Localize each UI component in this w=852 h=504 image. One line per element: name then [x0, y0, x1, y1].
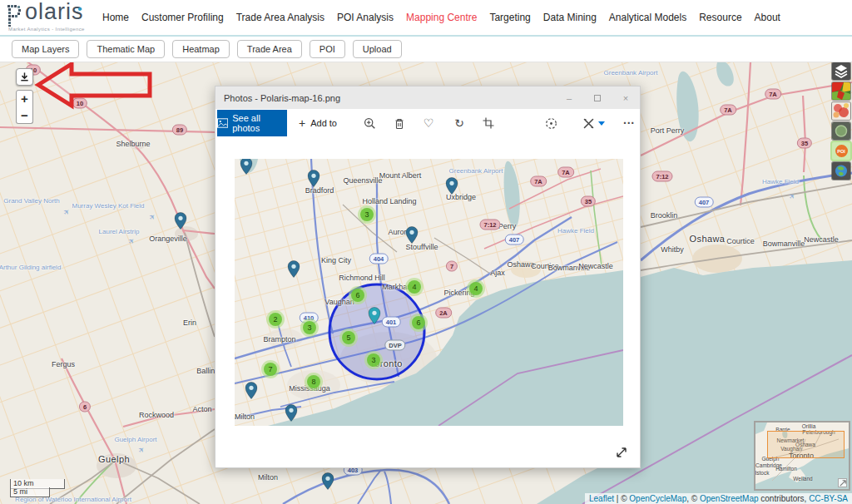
nav-targeting[interactable]: Targeting: [489, 12, 530, 23]
map-area[interactable]: ShelburneOrangevilleErinFergusBallinafad…: [0, 62, 852, 504]
download-map-button[interactable]: [16, 68, 33, 86]
crop-button[interactable]: [477, 110, 500, 136]
toolbar-thematic-map-button[interactable]: Thematic Map: [87, 40, 165, 58]
rotate-button[interactable]: ↻: [448, 110, 471, 136]
poi-layer-button[interactable]: POI: [832, 142, 850, 160]
nav-poi-analysis[interactable]: POI Analysis: [337, 12, 394, 23]
minimap-label-hamilton: Hamilton: [775, 466, 797, 472]
download-icon: [19, 72, 30, 82]
map-pin-marker[interactable]: [406, 226, 419, 244]
map-pin-marker[interactable]: [446, 177, 458, 195]
map-label-bowmanville: Bowmanville: [763, 240, 805, 248]
map-label-newcastle: Newcastle: [804, 235, 839, 244]
road-badge-7: 7: [446, 261, 458, 272]
zoom-tool-button[interactable]: [358, 110, 381, 136]
cluster-marker-4[interactable]: 4: [467, 279, 485, 298]
app-root: olaris Market Analytics - Intelligence H…: [0, 0, 852, 504]
basemap-layer-button[interactable]: [832, 162, 850, 180]
thematic-map-layer-button[interactable]: [832, 82, 850, 100]
map-pin-marker[interactable]: [322, 472, 334, 490]
minimap[interactable]: OrilliaBarriePeterboroughNewmarketOshawa…: [754, 421, 850, 491]
delete-button[interactable]: [388, 110, 411, 136]
cluster-marker-6[interactable]: 6: [409, 314, 428, 332]
expand-icon: [615, 446, 628, 459]
map-pin-marker[interactable]: [245, 382, 258, 399]
road-badge-7-12: 7:12: [479, 220, 500, 230]
road-badge-2a: 2A: [435, 308, 452, 319]
nav-trade-area-analysis[interactable]: Trade Area Analysis: [236, 12, 324, 23]
toolbar-heatmap-button[interactable]: Heatmap: [172, 40, 230, 58]
cluster-marker-3[interactable]: 3: [358, 205, 376, 224]
minimap-label-welland: Welland: [793, 476, 812, 482]
toolbar-map-layers-button[interactable]: Map Layers: [12, 40, 79, 58]
dialog-titlebar[interactable]: Photos - Polaris-map-16.png – ×: [215, 86, 640, 109]
edit-options-dropdown[interactable]: [593, 110, 610, 136]
cluster-marker-4[interactable]: 4: [405, 278, 424, 296]
map-pin-marker[interactable]: [240, 159, 253, 175]
map-label-guelph: Guelph: [98, 454, 130, 464]
heatmap-layer-button[interactable]: [832, 102, 850, 120]
minimize-button[interactable]: –: [555, 86, 583, 109]
zoom-in-button[interactable]: +: [16, 90, 33, 107]
see-more-button[interactable]: ···: [617, 110, 641, 136]
cluster-marker-3[interactable]: 3: [300, 319, 319, 337]
road-badge-7a: 7A: [720, 105, 736, 116]
minimap-label-istock: Istock: [755, 470, 770, 476]
cluster-marker-2[interactable]: 2: [266, 310, 285, 329]
map-label-oshawa: Oshawa: [690, 234, 726, 244]
road-badge-7a: 7A: [557, 167, 574, 178]
cluster-marker-5[interactable]: 5: [339, 329, 358, 347]
toolbar-upload-button[interactable]: Upload: [353, 40, 402, 58]
map-pin-marker[interactable]: [308, 170, 320, 187]
nav-about[interactable]: About: [755, 12, 780, 23]
attribution-link-opencyclemap[interactable]: OpenCycleMap: [629, 494, 686, 503]
toolbar-trade-area-button[interactable]: Trade Area: [237, 40, 302, 58]
map-pin-marker[interactable]: [175, 212, 187, 230]
expand-button[interactable]: [615, 446, 628, 459]
photos-toolbar: See all photos + Add to: [215, 109, 640, 137]
map-label-greenbank-airport: Greenbank Airport: [604, 69, 658, 77]
zoom-out-button[interactable]: −: [16, 106, 33, 124]
nav-analytical-models[interactable]: Analytical Models: [609, 12, 686, 23]
map-pin-marker[interactable]: [285, 404, 298, 422]
window-controls: – ×: [555, 86, 640, 109]
nav-home[interactable]: Home: [102, 12, 129, 23]
see-all-photos-button[interactable]: See all photos: [217, 110, 287, 136]
add-to-button[interactable]: + Add to: [292, 110, 344, 136]
nav-mapping-centre[interactable]: Mapping Centre: [406, 12, 477, 23]
maximize-button[interactable]: [583, 86, 612, 109]
layers-button[interactable]: [832, 62, 850, 80]
cluster-count: 3: [360, 208, 374, 221]
road-badge-10: 10: [72, 98, 87, 109]
nav-resource[interactable]: Resource: [699, 12, 741, 23]
map-label-port-perry: Port Perry: [651, 126, 685, 135]
cluster-marker-3[interactable]: 3: [364, 351, 383, 369]
favorite-button[interactable]: ♡: [417, 110, 440, 136]
toolbar-poi-button[interactable]: POI: [310, 40, 345, 58]
close-button[interactable]: ×: [612, 86, 640, 109]
map-label-acton: Acton: [192, 405, 211, 413]
photos-dialog[interactable]: Photos - Polaris-map-16.png – × See all …: [215, 86, 641, 468]
attribution-link-leaflet[interactable]: Leaflet: [589, 494, 614, 503]
trade-area-center-pin[interactable]: [369, 307, 381, 324]
cluster-marker-6[interactable]: 6: [349, 286, 367, 304]
magnifier-plus-icon: [364, 117, 376, 130]
attribution-link-cc-by-sa[interactable]: CC-BY-SA: [809, 494, 848, 503]
cluster-count: 3: [367, 353, 380, 367]
map-label-milton: Milton: [258, 473, 278, 482]
nav-data-mining[interactable]: Data Mining: [543, 12, 597, 23]
attribution-link-openstreetmap[interactable]: OpenStreetMap: [700, 494, 759, 503]
minimap-toggle-button[interactable]: [838, 478, 847, 487]
minimap-viewport-box[interactable]: [767, 431, 845, 458]
layer-rail: POI: [832, 62, 851, 180]
logo-wordmark: olaris: [25, 0, 84, 25]
cluster-marker-7[interactable]: 7: [261, 360, 280, 378]
nav-customer-profiling[interactable]: Customer Profiling: [141, 12, 224, 23]
map-pin-marker[interactable]: [288, 260, 300, 278]
trade-area-layer-button[interactable]: [832, 122, 850, 140]
map-label-mount-albert: Mount Albert: [379, 171, 422, 180]
map-attribution: Leaflet | © OpenCycleMap, © OpenStreetMa…: [585, 493, 852, 504]
airport-plane-icon: ✈: [787, 191, 797, 201]
spot-fix-button[interactable]: [539, 110, 562, 136]
cluster-marker-8[interactable]: 8: [305, 373, 323, 391]
